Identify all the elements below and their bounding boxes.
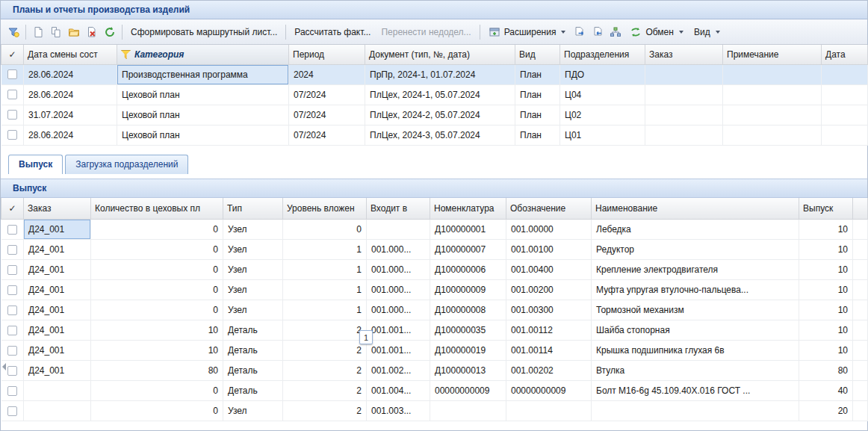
cell[interactable] [645,84,723,105]
cell[interactable]: 001.002... [367,361,430,381]
cell[interactable]: 00000000009 [430,381,506,401]
cell[interactable]: Д100000006 [430,260,506,280]
cell[interactable]: 10 [799,260,853,280]
cell[interactable]: Узел [223,260,283,280]
column-header[interactable]: Тип [223,198,283,220]
cell[interactable]: Ц01 [560,125,645,145]
cell[interactable]: 0 [91,381,223,401]
cell[interactable]: Втулка [592,361,799,381]
cell[interactable]: 0 [91,240,223,260]
cell[interactable]: Д24_001 [24,361,91,381]
cell[interactable] [822,105,868,125]
column-header[interactable]: Номенклатура [430,198,506,220]
cell[interactable] [822,64,868,84]
cell[interactable] [723,64,822,84]
row-checkbox[interactable] [7,406,17,416]
cell[interactable]: Деталь [223,320,283,341]
cell[interactable]: Шайба стопорная [592,320,799,341]
cell[interactable]: План [515,105,560,125]
cell[interactable]: 10 [799,280,853,300]
cell[interactable]: Д24_001 [24,260,91,280]
cell[interactable]: ПлЦех, 2024-2, 05.07.2024 [365,105,515,125]
cell[interactable]: 1 [283,260,367,280]
cell[interactable] [822,84,868,105]
column-header[interactable]: ✓ [1,45,24,64]
table-row[interactable]: 31.07.2024Цеховой план07/2024ПлЦех, 2024… [1,105,868,125]
cell[interactable]: 2 [283,361,367,381]
column-header[interactable]: Уровень вложен [283,198,367,220]
column-header[interactable]: Обозначение [506,198,592,220]
sitemap-button[interactable] [607,22,624,42]
cell[interactable]: Д100000035 [430,320,506,341]
column-header[interactable]: Количество в цеховых пл [91,198,223,220]
row-checkbox[interactable] [7,346,17,356]
cell[interactable] [592,401,799,421]
cell[interactable] [723,105,822,125]
table-row[interactable]: Д24_0010Узел1001.000...Д100000009001.002… [1,280,868,300]
tab-vypusk[interactable]: Выпуск [8,155,63,174]
view-button[interactable]: Вид [689,22,725,42]
cell[interactable]: 20 [799,401,853,421]
cell[interactable]: Д100000008 [430,300,506,320]
column-header[interactable]: Период [289,45,365,64]
cell[interactable]: 0 [91,300,223,320]
cell[interactable]: 001.004... [367,381,430,401]
cell[interactable] [645,125,723,145]
cell[interactable]: Ц02 [560,105,645,125]
cell[interactable]: 0 [91,280,223,300]
cell[interactable]: 001.000... [367,240,430,260]
calc-fact-button[interactable]: Рассчитать факт... [289,22,376,42]
table-row[interactable]: Д24_00110Деталь2001.001...Д100000035001.… [1,320,868,341]
table-row[interactable]: 0Деталь2001.004...0000000000900000000009… [1,381,868,401]
cell[interactable] [723,125,822,145]
cell[interactable]: 001.001... [367,320,430,341]
cell[interactable]: 001.00114 [506,341,592,361]
cell[interactable]: 001.003... [367,401,430,421]
row-checkbox[interactable] [7,306,17,315]
cell[interactable]: 001.000... [367,260,430,280]
cell[interactable]: 10 [91,320,223,341]
cell[interactable]: План [515,125,560,145]
cell[interactable]: Д24_001 [24,240,91,260]
cell[interactable]: План [515,64,560,84]
table-row[interactable]: Д24_00110Деталь2001.001...Д100000019001.… [1,341,868,361]
exchange-button[interactable]: Обмен [624,22,689,42]
row-checkbox[interactable] [7,69,17,79]
cell[interactable]: Д100000013 [430,361,506,381]
cell[interactable]: 10 [799,220,853,240]
cell[interactable]: 07/2024 [289,105,365,125]
column-header[interactable]: ✓ [1,198,24,220]
column-header[interactable]: Дата [822,45,868,64]
column-header[interactable]: Подразделения [560,45,645,64]
row-checkbox[interactable] [7,110,17,120]
cell[interactable]: Д100000007 [430,240,506,260]
cell[interactable]: 07/2024 [289,84,365,105]
cell[interactable]: Редуктор [592,240,799,260]
cell[interactable]: 001.001... [367,341,430,361]
cell[interactable]: 10 [91,341,223,361]
cell[interactable] [430,401,506,421]
import-button[interactable] [589,22,607,42]
cell[interactable]: Узел [223,401,283,421]
cell[interactable]: 2 [283,320,367,341]
column-header[interactable]: Категория [117,45,289,64]
cell[interactable] [367,220,430,240]
extensions-button[interactable]: Расширения [483,22,571,42]
column-header[interactable]: Вид [515,45,560,64]
cell[interactable]: ПДО [560,64,645,84]
cell[interactable]: 1 [283,280,367,300]
cell[interactable]: Ц04 [560,84,645,105]
cell[interactable]: 31.07.2024 [24,105,117,125]
row-checkbox[interactable] [7,285,17,295]
cell[interactable]: 10 [799,300,853,320]
table-row[interactable]: 28.06.2024Цеховой план07/2024ПлЦех, 2024… [1,84,868,105]
cell[interactable]: 40 [799,381,853,401]
table-row[interactable]: Д24_0010Узел1001.000...Д100000007001.001… [1,240,868,260]
tab-zagruzka-podrazdelenij[interactable]: Загрузка подразделений [65,155,188,174]
cell[interactable]: 001.00300 [506,300,592,320]
cell[interactable]: 001.00112 [506,320,592,341]
cell[interactable]: Д24_001 [24,300,91,320]
cell[interactable]: 07/2024 [289,125,365,145]
column-header[interactable]: Входит в [367,198,430,220]
cell[interactable] [506,401,592,421]
